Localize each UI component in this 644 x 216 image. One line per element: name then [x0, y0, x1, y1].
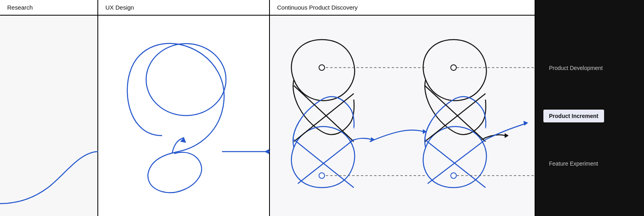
research-diagram: [0, 16, 97, 216]
ux-diagram: [98, 16, 269, 216]
svg-line-15: [428, 140, 485, 184]
ux-header: UX Design: [98, 0, 269, 16]
product-increment-item: Product Increment: [535, 86, 644, 145]
main-container: Research UX Design: [0, 0, 644, 216]
svg-marker-22: [523, 121, 528, 126]
product-development-item: Product Development: [535, 16, 644, 86]
product-development-label: Product Development: [543, 62, 608, 74]
svg-line-6: [298, 140, 354, 184]
research-header: Research: [0, 0, 97, 16]
research-column: Research: [0, 0, 98, 216]
svg-marker-1: [264, 149, 269, 154]
svg-point-2: [146, 44, 226, 116]
feature-experiment-label: Feature Experiment: [543, 157, 604, 170]
discovery-diagram: [270, 16, 535, 216]
product-increment-label: Product Increment: [543, 110, 604, 122]
labels-column: Product Development Product Increment Fe…: [535, 0, 644, 216]
svg-point-8: [319, 173, 325, 178]
ux-column: UX Design: [98, 0, 270, 216]
svg-point-17: [451, 173, 456, 178]
discovery-label: Continuous Product Discovery: [277, 4, 358, 11]
feature-experiment-item: Feature Experiment: [535, 145, 644, 216]
discovery-column: Continuous Product Discovery: [270, 0, 535, 216]
labels-inner: Product Development Product Increment Fe…: [535, 0, 644, 216]
svg-marker-21: [505, 133, 509, 138]
ux-label: UX Design: [105, 4, 134, 11]
svg-point-7: [319, 65, 325, 70]
discovery-header: Continuous Product Discovery: [270, 0, 535, 16]
svg-point-16: [451, 65, 456, 70]
research-label: Research: [7, 4, 33, 11]
